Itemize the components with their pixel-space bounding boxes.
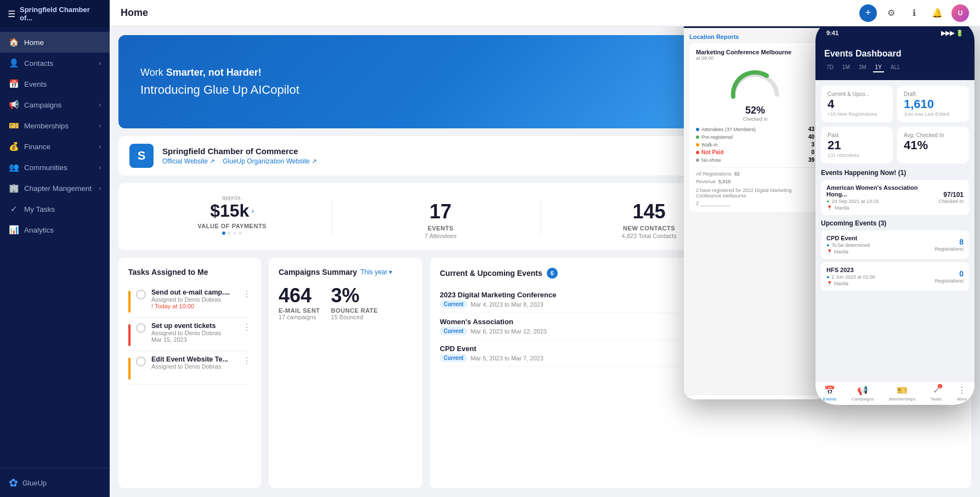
tab-1m[interactable]: 1M — [840, 63, 852, 72]
info-button[interactable]: ℹ — [905, 4, 923, 22]
dot-1 — [222, 231, 225, 235]
stat-events-sub: 7 Attendees — [424, 233, 456, 239]
phone-stat-val-past: 21 — [828, 138, 886, 153]
sidebar-item-contacts[interactable]: 👤 Contacts › — [0, 53, 110, 74]
event-tag-2: Current — [440, 327, 467, 335]
task-item-2[interactable]: Set up event tickets Assigned to Denis D… — [128, 318, 251, 351]
main-content: Home + ⚙ ℹ 🔔 U Work Smarter, not Harder!… — [110, 0, 980, 497]
bounce-value: 3% — [331, 284, 378, 307]
home-icon: 🏠 — [9, 37, 19, 47]
phone-event-loc-up-2: 📍 Manila — [826, 281, 934, 286]
stat-approx-label: approx. — [222, 194, 242, 201]
phone-stat-sub-draft: Just now Last Edited — [904, 111, 962, 117]
tab-3m[interactable]: 3M — [857, 63, 869, 72]
phone-event-count-label-now-1: Checked In — [938, 199, 964, 204]
task-priority-indicator — [128, 291, 131, 313]
task-assignee-2: Assigned to Denis Dobras — [151, 330, 237, 336]
tablet-event-card: Marketing Conference Melbourne at 09:00 … — [689, 43, 821, 212]
phone-nav-events[interactable]: 📅 Events — [823, 385, 836, 401]
topbar-icons: + ⚙ ℹ 🔔 U — [859, 4, 969, 22]
sidebar-item-label: Home — [24, 38, 44, 47]
phone-event-name-up-1: CPD Event — [826, 235, 934, 241]
settings-button[interactable]: ⚙ — [882, 4, 900, 22]
gauge-label: Checked in — [696, 116, 814, 122]
tab-all[interactable]: ALL — [888, 63, 903, 72]
sidebar-item-communities[interactable]: 👥 Communities › — [0, 157, 110, 178]
phone-tabs: 7D 1M 3M 1Y ALL — [824, 63, 966, 72]
task-item-1[interactable]: Send out e-mail camp.... Assigned to Den… — [128, 284, 251, 318]
phone-header-title: Events Dashboard — [824, 49, 966, 59]
phone-stat-draft: Draft 1,610 Just now Last Edited — [897, 86, 969, 122]
phone-event-label-up-1: Registrations — [934, 246, 964, 252]
glueup-website-link[interactable]: GlueUp Organization Website ↗ — [223, 157, 317, 165]
task-priority-indicator — [128, 358, 131, 380]
stat-contacts-label: NEW CONTACTS — [623, 225, 675, 231]
year-filter[interactable]: This year ▾ — [360, 268, 392, 276]
glueup-label: GlueUp — [22, 479, 47, 487]
task-checkbox-1[interactable] — [136, 290, 146, 300]
tasks-icon: ✓ — [9, 204, 19, 214]
phone-event-now-1[interactable]: American Women's Association Hong... ● 2… — [821, 180, 969, 215]
task-menu-3[interactable]: ⋮ — [242, 355, 251, 366]
tab-1y[interactable]: 1Y — [873, 63, 884, 72]
events-title-label: Current & Upcoming Events — [440, 269, 542, 278]
task-menu-2[interactable]: ⋮ — [242, 322, 251, 332]
dot-3 — [233, 231, 236, 235]
event-date-3: Mar 5, 2023 to Mar 7, 2023 — [471, 355, 543, 362]
gauge-pct: 52% — [696, 105, 814, 116]
task-checkbox-2[interactable] — [136, 323, 146, 333]
official-website-link[interactable]: Official Website ↗ — [162, 157, 215, 165]
finance-icon: 💰 — [9, 142, 19, 151]
phone-stat-label-draft: Draft — [904, 91, 962, 97]
phone-stat-val-avg: 41% — [904, 138, 962, 153]
tablet-have-registered: 2 have registered for 2022 Digital Marke… — [696, 188, 814, 199]
phone-event-upcoming-2[interactable]: HFS 2023 ●2 Jun 2023 at 01:00 📍 Manila 0… — [821, 262, 969, 291]
stat-payments: approx. $15k › VALUE OF PAYMENTS — [132, 194, 332, 239]
sidebar-item-finance[interactable]: 💰 Finance › — [0, 136, 110, 157]
phone-header: Events Dashboard 7D 1M 3M 1Y ALL — [815, 42, 975, 80]
tablet-location-reports[interactable]: Location Reports › — [689, 33, 821, 40]
tablet-overlay: Event Dashboard ⋯ Location Reports › Mar… — [684, 26, 826, 399]
phone-event-loc-now-1: 📍Manila — [826, 205, 938, 211]
sidebar-item-campaigns[interactable]: 📢 Campaigns › — [0, 94, 110, 115]
user-avatar[interactable]: U — [951, 4, 969, 22]
hamburger-icon[interactable]: ☰ — [8, 9, 15, 19]
task-info-2: Set up event tickets Assigned to Denis D… — [151, 322, 237, 343]
phone-memberships-icon: 🎫 — [897, 385, 908, 396]
tablet-location-label: Location Reports — [689, 33, 739, 40]
tablet-noshow-val: 39 — [808, 157, 814, 163]
phone-nav-memberships[interactable]: 🎫 Memberships — [889, 385, 915, 401]
add-button[interactable]: + — [859, 4, 877, 22]
sidebar-item-my-tasks[interactable]: ✓ My Tasks — [0, 199, 110, 219]
email-stat: 464 E-MAIL SENT 17 campaigns — [279, 284, 320, 320]
sidebar-item-analytics[interactable]: 📊 Analytics — [0, 219, 110, 240]
phone-event-label-up-2: Registrations — [934, 278, 964, 284]
phone-nav-more[interactable]: ⋮ More — [957, 385, 967, 401]
phone-time: 9:41 — [826, 30, 839, 37]
sidebar-item-chapter[interactable]: 🏢 Chapter Mangement › — [0, 178, 110, 199]
sidebar-item-home[interactable]: 🏠 Home — [0, 32, 110, 53]
contacts-icon: 👤 — [9, 58, 19, 68]
bell-button[interactable]: 🔔 — [928, 4, 946, 22]
stat-events: 17 EVENTS 7 Attendees — [340, 194, 541, 239]
phone-nav-tasks[interactable]: ✓ 1 Tasks — [931, 385, 942, 401]
sidebar-item-memberships[interactable]: 🎫 Memberships › — [0, 115, 110, 136]
task-menu-1[interactable]: ⋮ — [242, 289, 251, 299]
task-item-3[interactable]: Edit Event Website Te... Assigned to Den… — [128, 351, 251, 385]
dot-4 — [239, 231, 242, 235]
tab-7d[interactable]: 7D — [824, 63, 836, 72]
topbar: Home + ⚙ ℹ 🔔 U — [110, 0, 980, 26]
tablet-event-name: Marketing Conference Melbourne — [696, 49, 814, 55]
phone-event-upcoming-1[interactable]: CPD Event ●To be determined 📍 Manila 8 R… — [821, 230, 969, 259]
phone-tasks-badge: 1 — [938, 384, 942, 388]
phone-event-name-up-2: HFS 2023 — [826, 267, 934, 273]
sidebar-item-events[interactable]: 📅 Events — [0, 74, 110, 94]
sidebar-org-name: Springfield Chamber of... — [20, 5, 102, 22]
org-logo: S — [129, 144, 154, 168]
phone-more-icon: ⋮ — [958, 385, 966, 396]
sidebar-item-label: Memberships — [24, 122, 69, 130]
chevron-down-icon: ▾ — [389, 268, 392, 276]
task-checkbox-3[interactable] — [136, 357, 146, 366]
bounce-stat: 3% BOUNCE RATE 15 Bounced — [331, 284, 378, 320]
phone-nav-campaigns[interactable]: 📢 Campaigns — [852, 385, 874, 401]
